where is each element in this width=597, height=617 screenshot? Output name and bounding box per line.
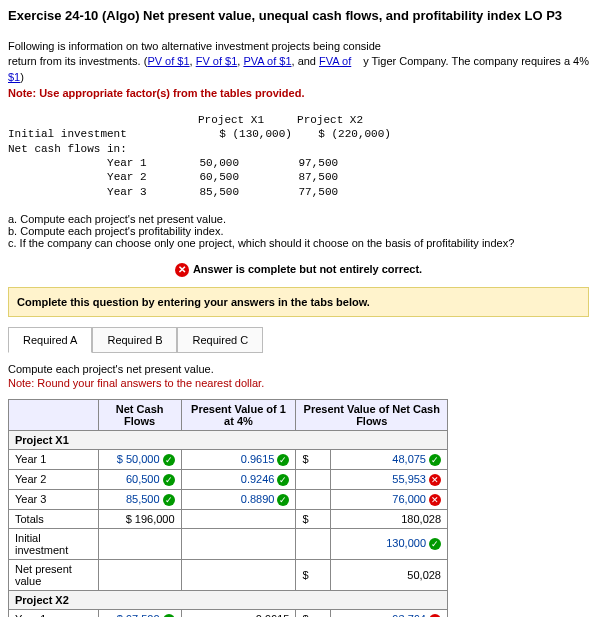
check-icon: ✓ xyxy=(163,494,175,506)
tab-required-a[interactable]: Required A xyxy=(8,327,92,353)
iv-x2: $ (220,000) xyxy=(318,128,391,140)
row-ncf: Net cash flows in: xyxy=(8,143,127,155)
section-x2: Project X2 xyxy=(9,590,448,609)
question-c: c. If the company can choose only one pr… xyxy=(8,237,589,249)
table-row: Initial investment 130,000✓ xyxy=(9,528,448,559)
x2y1-label: Year 1 xyxy=(9,609,99,617)
pva-of-1-link[interactable]: PVA of $1 xyxy=(243,55,291,67)
tabs: Required ARequired BRequired C xyxy=(8,327,589,353)
dollar-sign: $ xyxy=(296,509,330,528)
y1-x2: 97,500 xyxy=(298,157,338,169)
complete-instruction: Complete this question by entering your … xyxy=(8,287,589,317)
x1y2-v-input[interactable]: 55,953 xyxy=(392,473,426,485)
check-icon: ✓ xyxy=(429,538,441,550)
x1y3-v-input[interactable]: 76,000 xyxy=(392,493,426,505)
col-pvf: Present Value of 1 at 4% xyxy=(181,399,296,430)
y3-x2: 77,500 xyxy=(298,186,338,198)
x1y1-label: Year 1 xyxy=(9,449,99,469)
check-icon: ✓ xyxy=(277,454,289,466)
y3-label: Year 3 xyxy=(107,186,147,198)
table-row: Year 1 $ 97,500✓ 0.9615 $ 93,764✕ xyxy=(9,609,448,617)
dollar-sign: $ xyxy=(296,449,330,469)
table-row: Year 3 85,500✓ 0.8890✓ 76,000✕ xyxy=(9,489,448,509)
question-a: a. Compute each project's net present va… xyxy=(8,213,589,225)
intro-right: y Tiger Company. The company requires a … xyxy=(363,54,589,69)
dollar-sign: $ xyxy=(296,559,330,590)
intro-left: Following is information on two alternat… xyxy=(8,40,381,52)
col-ncf: Net Cash Flows xyxy=(98,399,181,430)
x1y3-cf-input[interactable]: 85,500 xyxy=(126,493,160,505)
x1y3-label: Year 3 xyxy=(9,489,99,509)
check-icon: ✓ xyxy=(277,474,289,486)
tab-note: Note: Round your final answers to the ne… xyxy=(8,377,589,389)
intro-close: ) xyxy=(20,71,24,83)
tab-prompt: Compute each project's net present value… xyxy=(8,363,589,375)
x2y1-cf-input[interactable]: $ 97,500 xyxy=(117,613,160,617)
y2-x2: 87,500 xyxy=(298,171,338,183)
question-list: a. Compute each project's net present va… xyxy=(8,213,589,249)
x1-init-input[interactable]: 130,000 xyxy=(386,537,426,549)
x1-init-label: Initial investment xyxy=(9,528,99,559)
col-x2: Project X2 xyxy=(297,114,363,126)
x1-npv-label: Net present value xyxy=(9,559,99,590)
check-icon: ✓ xyxy=(163,454,175,466)
x1y1-v-input[interactable]: 48,075 xyxy=(392,453,426,465)
x1y1-cf-input[interactable]: $ 50,000 xyxy=(117,453,160,465)
x1y2-label: Year 2 xyxy=(9,469,99,489)
exercise-title: Exercise 24-10 (Algo) Net present value,… xyxy=(8,8,589,23)
col-x1: Project X1 xyxy=(198,114,264,126)
x1-totals-label: Totals xyxy=(9,509,99,528)
intro-and: , and xyxy=(292,55,320,67)
npv-table: Net Cash Flows Present Value of 1 at 4% … xyxy=(8,399,448,617)
x1y2-cf-input[interactable]: 60,500 xyxy=(126,473,160,485)
iv-x1: $ (130,000) xyxy=(219,128,292,140)
x-icon: ✕ xyxy=(429,494,441,506)
x2y1-v-input[interactable]: 93,764 xyxy=(392,613,426,617)
y1-label: Year 1 xyxy=(107,157,147,169)
x1y2-pv-input[interactable]: 0.9246 xyxy=(241,473,275,485)
note-use-factors: Note: Use appropriate factor(s) from the… xyxy=(8,87,589,99)
table-row: Year 1 $ 50,000✓ 0.9615✓ $ 48,075✓ xyxy=(9,449,448,469)
x-icon: ✕ xyxy=(429,474,441,486)
dollar-sign: $ xyxy=(296,609,330,617)
check-icon: ✓ xyxy=(429,454,441,466)
x2y1-pv: 0.9615 xyxy=(256,613,290,617)
section-x1: Project X1 xyxy=(9,430,448,449)
grading-text: Answer is complete but not entirely corr… xyxy=(193,263,422,275)
cashflow-summary: Project X1 Project X2 Initial investment… xyxy=(8,113,589,199)
check-icon: ✓ xyxy=(277,494,289,506)
x1y1-pv-input[interactable]: 0.9615 xyxy=(241,453,275,465)
table-row: Year 2 60,500✓ 0.9246✓ 55,953✕ xyxy=(9,469,448,489)
question-b: b. Compute each project's profitability … xyxy=(8,225,589,237)
tab-required-c[interactable]: Required C xyxy=(177,327,263,353)
intro-text: Following is information on two alternat… xyxy=(8,39,589,85)
tab-required-b[interactable]: Required B xyxy=(92,327,177,353)
check-icon: ✓ xyxy=(163,474,175,486)
x1-totals-v: 180,028 xyxy=(330,509,447,528)
y3-x1: 85,500 xyxy=(199,186,239,198)
x1-totals-cf: $ 196,000 xyxy=(98,509,181,528)
table-row: Net present value $ 50,028 xyxy=(9,559,448,590)
x1y3-pv-input[interactable]: 0.8890 xyxy=(241,493,275,505)
table-row: Totals $ 196,000 $ 180,028 xyxy=(9,509,448,528)
row-initial: Initial investment xyxy=(8,128,127,140)
x1-npv-v: 50,028 xyxy=(330,559,447,590)
col-pvncf: Present Value of Net Cash Flows xyxy=(296,399,448,430)
fv-of-1-link[interactable]: FV of $1 xyxy=(196,55,238,67)
intro-line2a: return from its investments. ( xyxy=(8,55,147,67)
y1-x1: 50,000 xyxy=(199,157,239,169)
grading-banner: ✕Answer is complete but not entirely cor… xyxy=(8,263,589,277)
y2-label: Year 2 xyxy=(107,171,147,183)
x-icon: ✕ xyxy=(175,263,189,277)
pv-of-1-link[interactable]: PV of $1 xyxy=(147,55,189,67)
col-blank xyxy=(9,399,99,430)
y2-x1: 60,500 xyxy=(199,171,239,183)
